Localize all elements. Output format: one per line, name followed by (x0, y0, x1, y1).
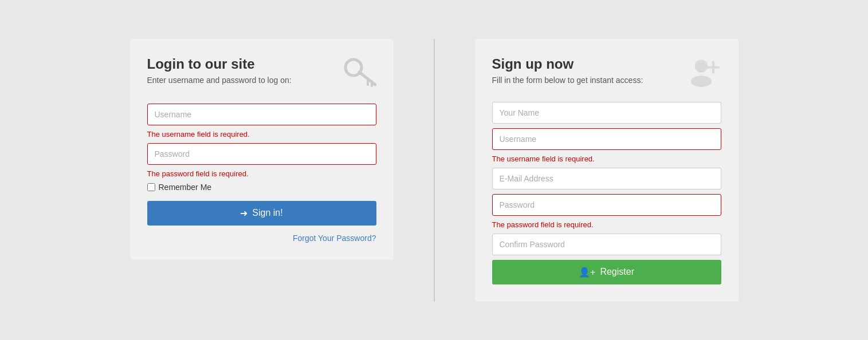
forgot-password-link[interactable]: Forgot Your Password? (147, 234, 376, 243)
login-title: Login to our site (147, 56, 292, 72)
login-card-header: Login to our site Enter username and pas… (147, 56, 376, 92)
login-password-group (147, 143, 376, 165)
register-label: Register (600, 267, 634, 277)
signup-email-group (492, 168, 721, 189)
svg-point-5 (690, 76, 711, 87)
signup-subtitle: Fill in the form below to get instant ac… (492, 76, 643, 85)
signup-username-error: The username field is required. (492, 155, 721, 163)
signup-password-error: The password field is required. (492, 220, 721, 229)
signup-name-group (492, 102, 721, 124)
page-wrapper: Login to our site Enter username and pas… (0, 27, 868, 313)
person-add-icon (689, 56, 721, 90)
signup-card: Sign up now Fill in the form below to ge… (475, 39, 739, 302)
signup-password-group (492, 194, 721, 216)
signup-email-input[interactable] (492, 168, 721, 189)
signup-username-group (492, 128, 721, 150)
login-username-group (147, 104, 376, 125)
signup-name-input[interactable] (492, 102, 721, 124)
login-subtitle: Enter username and password to log on: (147, 76, 292, 85)
login-password-input[interactable] (147, 143, 376, 165)
register-icon: 👤+ (579, 267, 595, 278)
sign-in-arrow-icon: ➜ (240, 208, 248, 219)
svg-point-4 (694, 60, 707, 72)
register-button[interactable]: 👤+ Register (492, 260, 721, 284)
sign-in-label: Sign in! (252, 208, 282, 218)
login-password-error: The password field is required. (147, 169, 376, 178)
remember-me-checkbox[interactable] (147, 183, 155, 191)
signup-confirm-password-input[interactable] (492, 234, 721, 255)
signup-password-input[interactable] (492, 194, 721, 216)
signup-username-input[interactable] (492, 128, 721, 150)
key-icon (342, 56, 376, 92)
remember-me-group: Remember Me (147, 183, 376, 192)
signup-confirm-password-group (492, 234, 721, 255)
signup-card-header: Sign up now Fill in the form below to ge… (492, 56, 721, 90)
signup-header-text: Sign up now Fill in the form below to ge… (492, 56, 643, 85)
sign-in-button[interactable]: ➜ Sign in! (147, 201, 376, 226)
remember-me-label: Remember Me (159, 183, 212, 192)
login-header-text: Login to our site Enter username and pas… (147, 56, 292, 85)
login-card: Login to our site Enter username and pas… (130, 39, 394, 260)
login-username-error: The username field is required. (147, 130, 376, 139)
section-divider (434, 39, 435, 302)
signup-title: Sign up now (492, 56, 643, 72)
login-username-input[interactable] (147, 104, 376, 125)
